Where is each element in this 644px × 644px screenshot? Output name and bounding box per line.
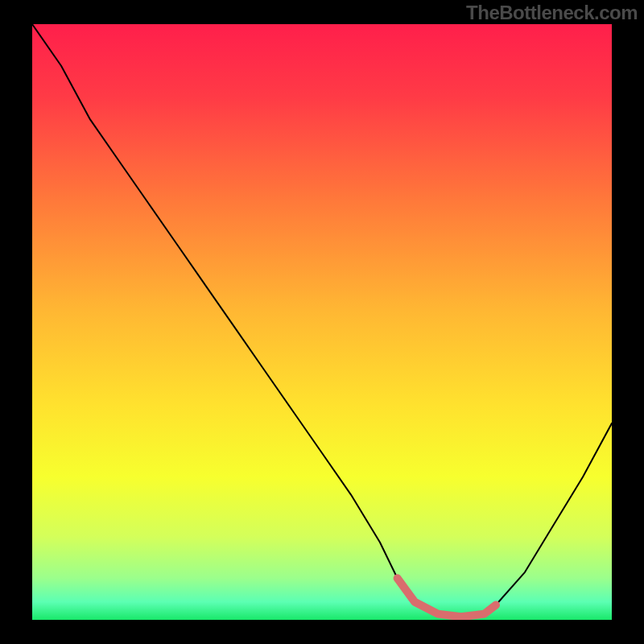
chart-plot <box>32 24 612 620</box>
chart-frame: TheBottleneck.com <box>0 0 644 644</box>
plot-background <box>32 24 612 620</box>
watermark-text: TheBottleneck.com <box>466 2 638 24</box>
